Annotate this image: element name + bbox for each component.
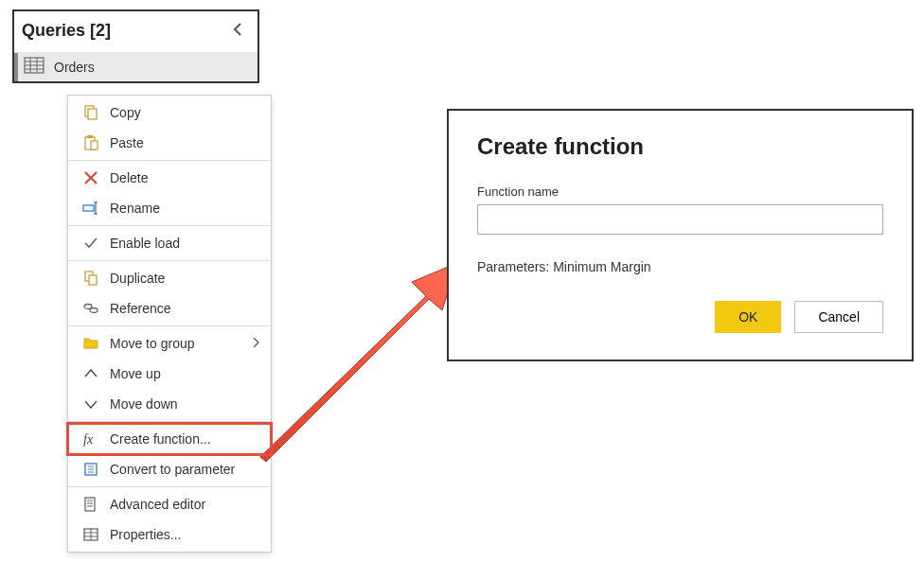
paste-icon	[81, 133, 100, 152]
dialog-title: Create function	[477, 133, 883, 160]
svg-point-18	[90, 308, 98, 313]
properties-icon	[81, 525, 100, 544]
menu-label: Rename	[110, 201, 259, 216]
menu-convert-to-parameter[interactable]: Convert to parameter	[68, 454, 271, 484]
menu-label: Convert to parameter	[110, 462, 259, 477]
check-icon	[81, 234, 100, 253]
function-icon: fx	[81, 430, 100, 448]
menu-reference[interactable]: Reference	[68, 293, 271, 324]
queries-panel: Queries [2] Orders Copy	[12, 9, 259, 83]
table-icon	[24, 57, 44, 78]
svg-rect-9	[87, 135, 93, 138]
delete-icon	[81, 168, 100, 187]
menu-separator	[68, 421, 271, 422]
menu-label: Create function...	[110, 431, 259, 447]
move-down-icon	[81, 395, 100, 413]
collapse-panel-icon[interactable]	[229, 19, 248, 43]
queries-title: Queries [2]	[22, 21, 111, 41]
menu-separator	[68, 325, 271, 326]
advanced-editor-icon	[81, 495, 100, 514]
reference-icon	[81, 299, 100, 318]
menu-enable-load[interactable]: Enable load	[68, 228, 271, 258]
query-item-label: Orders	[54, 60, 95, 75]
duplicate-icon	[81, 269, 100, 288]
menu-rename[interactable]: Rename	[68, 193, 271, 223]
svg-rect-7	[88, 109, 97, 119]
menu-label: Properties...	[110, 527, 259, 542]
menu-move-down[interactable]: Move down	[68, 389, 271, 419]
menu-label: Paste	[110, 135, 259, 150]
context-menu: Copy Paste Delete Rename Enable lo	[67, 95, 272, 553]
menu-label: Move down	[110, 396, 259, 412]
menu-label: Move to group	[110, 336, 242, 351]
function-name-label: Function name	[477, 184, 883, 199]
dialog-buttons: OK Cancel	[477, 301, 883, 333]
svg-text:fx: fx	[83, 432, 94, 447]
svg-rect-16	[89, 275, 97, 285]
menu-separator	[68, 225, 271, 226]
create-function-dialog: Create function Function name Parameters…	[447, 109, 914, 361]
menu-separator	[68, 486, 271, 487]
parameter-icon	[81, 460, 100, 479]
menu-label: Reference	[110, 301, 259, 316]
menu-label: Enable load	[110, 236, 259, 251]
menu-duplicate[interactable]: Duplicate	[68, 263, 271, 293]
menu-label: Delete	[110, 170, 259, 185]
function-name-input[interactable]	[477, 204, 883, 235]
annotation-arrow	[241, 254, 469, 476]
move-up-icon	[81, 364, 100, 383]
menu-separator	[68, 260, 271, 261]
chevron-right-icon	[252, 337, 259, 351]
ok-button[interactable]: OK	[715, 301, 781, 333]
rename-icon	[81, 199, 100, 218]
parameters-text: Parameters: Minimum Margin	[477, 259, 883, 274]
menu-move-to-group[interactable]: Move to group	[68, 328, 271, 359]
svg-rect-24	[85, 498, 95, 511]
menu-separator	[68, 160, 271, 161]
svg-rect-11	[83, 205, 94, 211]
menu-paste[interactable]: Paste	[68, 128, 271, 158]
menu-label: Move up	[110, 366, 259, 381]
menu-label: Duplicate	[110, 271, 259, 286]
query-item-orders[interactable]: Orders	[14, 53, 258, 81]
folder-icon	[81, 334, 100, 353]
menu-label: Copy	[110, 105, 259, 120]
menu-delete[interactable]: Delete	[68, 163, 271, 193]
svg-rect-10	[91, 141, 98, 149]
menu-advanced-editor[interactable]: Advanced editor	[68, 489, 271, 519]
menu-copy[interactable]: Copy	[68, 97, 271, 128]
queries-header: Queries [2]	[14, 11, 258, 53]
copy-icon	[81, 103, 100, 122]
menu-move-up[interactable]: Move up	[68, 359, 271, 389]
menu-properties[interactable]: Properties...	[68, 519, 271, 550]
menu-create-function[interactable]: fx Create function...	[68, 424, 271, 454]
menu-label: Advanced editor	[110, 497, 259, 512]
cancel-button[interactable]: Cancel	[794, 301, 883, 333]
